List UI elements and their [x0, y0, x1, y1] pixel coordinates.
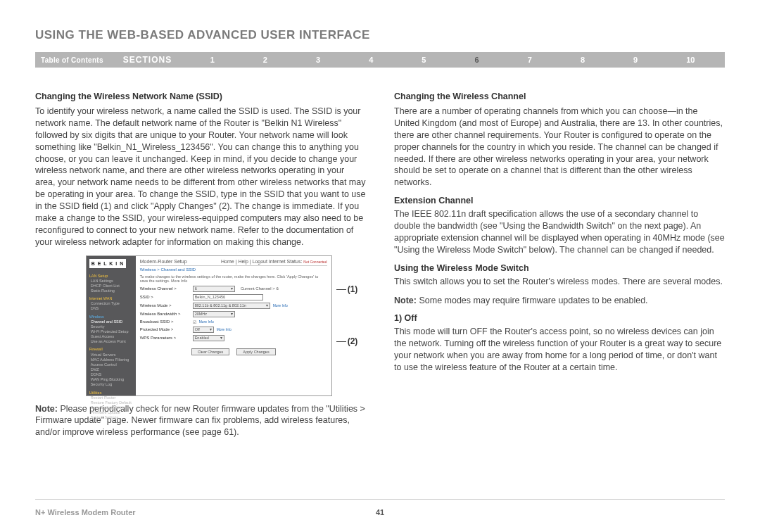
row-broadcast: Broadcast SSID > ☑ More Info: [140, 319, 327, 324]
info-mode: More Info: [273, 303, 288, 308]
row-ssid: SSID > Belkin_N_123456: [140, 294, 327, 300]
cat-firewall: Firewall: [89, 347, 133, 352]
section-numbers: 1 2 3 4 5 6 7 8 9 10: [186, 56, 719, 64]
text-channel: There are a number of operating channels…: [394, 106, 725, 189]
item-wps: Wi-Fi Protected Setup: [91, 329, 133, 334]
ss-top-links: Home | Help | Logout Internet Status: No…: [221, 259, 327, 264]
cat-lan: LAN Setup: [89, 274, 133, 279]
cur-channel: Current Channel > 6: [241, 286, 279, 291]
footer-rule: [35, 499, 725, 500]
item-fw: Firmware Update: [91, 410, 133, 415]
note-modes: Note: Some modes may require firmware up…: [394, 295, 725, 307]
item-seclog: Security Log: [91, 382, 133, 387]
heading-off: 1) Off: [394, 313, 725, 323]
ss-desc: To make changes to the wireless settings…: [140, 274, 327, 283]
belkin-logo: B E L K I N: [89, 259, 127, 268]
sel-channel: 6▾: [193, 286, 235, 292]
sections-label: SECTIONS: [123, 55, 172, 65]
chk-broadcast: ☑: [193, 319, 196, 324]
footer-product: N+ Wireless Modem Router: [35, 508, 136, 517]
item-mac: MAC Address Filtering: [91, 357, 133, 362]
row-wps: WPS Parameters > Enabled▾: [140, 335, 327, 341]
section-link-1[interactable]: 1: [210, 56, 215, 64]
page-number: 41: [376, 508, 384, 517]
cat-wan: Internet WAN: [89, 296, 133, 301]
item-lan-settings: LAN Settings: [91, 279, 133, 284]
heading-channel: Changing the Wireless Channel: [394, 91, 725, 101]
lbl-ssid: SSID >: [140, 295, 193, 299]
btn-apply: Apply Changes: [236, 348, 275, 355]
left-column: Changing the Wireless Network Name (SSID…: [35, 89, 366, 445]
sel-protected: Off▾: [193, 327, 214, 333]
section-link-3[interactable]: 3: [316, 56, 320, 64]
screenshot-main: Modem-Router Setup Home | Help | Logout …: [136, 256, 331, 395]
item-dmz: DMZ: [91, 367, 133, 372]
ss-title-text: Modem-Router Setup: [140, 259, 187, 264]
sel-mode: 802.11b & 802.11g & 802.11n▾: [193, 303, 270, 309]
item-ddns: DDNS: [91, 372, 133, 377]
section-link-10[interactable]: 10: [686, 56, 695, 64]
row-channel: Wireless Channel > 6▾ Current Channel > …: [140, 286, 327, 292]
section-link-9[interactable]: 9: [633, 56, 638, 64]
callout-2: (2): [336, 336, 358, 346]
item-guest: Guest Access: [91, 334, 133, 339]
heading-ext: Extension Channel: [394, 196, 725, 205]
section-link-4[interactable]: 4: [369, 56, 373, 64]
item-restart: Restart Router: [91, 395, 133, 400]
note-label-modes: Note:: [394, 296, 417, 305]
lbl-mode: Wireless Mode >: [140, 303, 193, 308]
screenshot-sidebar: B E L K I N LAN Setup LAN Settings DHCP …: [87, 256, 136, 395]
text-off: This mode will turn OFF the Router's acc…: [394, 326, 725, 374]
router-screenshot: B E L K I N LAN Setup LAN Settings DHCP …: [86, 255, 332, 396]
btn-clear: Clear Changes: [191, 348, 230, 355]
cat-wireless: Wireless: [89, 315, 133, 319]
lbl-bw: Wireless Bandwidth >: [140, 312, 193, 316]
callout-1: (1): [336, 284, 358, 294]
item-ap: Use as Access Point: [91, 339, 133, 344]
ss-breadcrumb: Wireless > Channel and SSID: [140, 267, 327, 272]
item-ping: WAN Ping Blocking: [91, 377, 133, 382]
right-column: Changing the Wireless Channel There are …: [394, 89, 725, 445]
item-security: Security: [91, 324, 133, 329]
section-link-2[interactable]: 2: [263, 56, 267, 64]
heading-mode-switch: Using the Wireless Mode Switch: [394, 263, 725, 273]
router-screenshot-wrap: B E L K I N LAN Setup LAN Settings DHCP …: [77, 255, 366, 396]
text-ssid: To identify your wireless network, a nam…: [35, 106, 366, 248]
section-link-5[interactable]: 5: [422, 56, 426, 64]
fld-ssid: Belkin_N_123456: [193, 294, 263, 300]
section-link-8[interactable]: 8: [581, 56, 585, 64]
info-protected: More Info: [217, 327, 232, 331]
note-firmware: Note: Please periodically check for new …: [35, 403, 366, 439]
lbl-protected: Protected Mode >: [140, 327, 193, 331]
callout-labels: (1) (2): [336, 263, 358, 388]
item-static: Static Routing: [91, 289, 133, 293]
lbl-wps: WPS Parameters >: [140, 336, 193, 340]
text-mode-switch: This switch allows you to set the Router…: [394, 276, 725, 288]
section-link-7[interactable]: 7: [528, 56, 532, 64]
item-restore: Restore Factory Default: [91, 400, 133, 405]
cat-util: Utilities: [89, 391, 133, 395]
item-vs: Virtual Servers: [91, 353, 133, 357]
section-link-6[interactable]: 6: [475, 56, 479, 64]
item-dhcp: DHCP Client List: [91, 284, 133, 289]
row-mode: Wireless Mode > 802.11b & 802.11g & 802.…: [140, 303, 327, 309]
item-channel-ssid: Channel and SSID: [91, 319, 133, 324]
item-dns: DNS: [91, 306, 133, 311]
text-ext: The IEEE 802.11n draft specification all…: [394, 208, 725, 256]
item-conn: Connection Type: [91, 301, 133, 306]
row-protected: Protected Mode > Off▾ More Info: [140, 327, 327, 333]
section-navbar: Table of Contents SECTIONS 1 2 3 4 5 6 7…: [35, 52, 725, 68]
heading-ssid: Changing the Wireless Network Name (SSID…: [35, 91, 366, 101]
item-ac: Access Control: [91, 362, 133, 367]
item-backup: Save/Backup Settings: [91, 405, 133, 410]
footer: N+ Wireless Modem Router 41: [35, 508, 725, 517]
page-title: USING THE WEB-BASED ADVANCED USER INTERF…: [35, 28, 725, 42]
item-sys: System Settings: [91, 415, 133, 420]
row-bw: Wireless Bandwidth > 20MHz▾: [140, 311, 327, 317]
sel-wps: Enabled▾: [193, 335, 224, 341]
lbl-channel: Wireless Channel >: [140, 286, 193, 291]
sel-bw: 20MHz▾: [193, 311, 235, 317]
info-broadcast: More Info: [199, 319, 214, 324]
toc-link[interactable]: Table of Contents: [41, 56, 103, 64]
note-label: Note:: [35, 404, 58, 414]
